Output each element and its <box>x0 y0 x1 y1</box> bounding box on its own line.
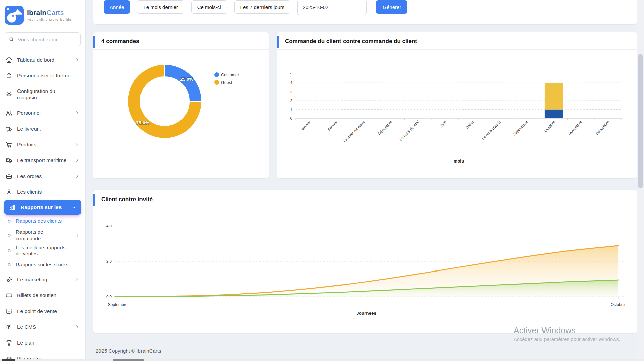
x-axis-category-label: Décembre <box>377 120 393 136</box>
search-input[interactable] <box>17 36 77 43</box>
sidebar-subitem-rapports-des-clients[interactable]: Rapports des clients <box>0 215 85 228</box>
card-accent-bar <box>93 36 95 48</box>
delivery-truck-icon <box>5 125 13 133</box>
chevron-right-icon <box>74 142 80 147</box>
sidebar-item-le-plan[interactable]: Le plan <box>0 335 85 351</box>
products-cart-icon <box>5 141 13 148</box>
y-axis-tick-label: 1 <box>290 108 292 112</box>
chevron-right-icon <box>75 233 80 238</box>
y-axis-tick-label: 3 <box>290 90 292 94</box>
x-axis-category-label: Juillet <box>464 120 475 130</box>
sidebar-item-le-livreur[interactable]: Le livreur . <box>0 121 85 137</box>
trophy-icon <box>5 339 13 347</box>
orders-donut-card: 4 commandes 25.0%75.0%CustomerGuest <box>93 32 269 178</box>
y-axis-tick-label: 2 <box>290 99 292 103</box>
sidebar-item-billets-de-soutien[interactable]: Billets de soutien <box>0 287 85 303</box>
card-accent-bar <box>277 36 279 48</box>
cms-icon <box>5 323 13 331</box>
orders-card-header: 4 commandes <box>93 32 269 50</box>
filter-button-le-mois-dernier[interactable]: Le mois dernier <box>137 0 184 14</box>
sidebar-item-tableau-de-bord[interactable]: Tableau de bord <box>0 52 85 68</box>
chevron-right-icon <box>74 110 80 116</box>
activate-windows-subtext: Accédez aux paramètres pour activer Wind… <box>514 336 620 342</box>
staff-icon <box>5 109 13 117</box>
vertical-scrollbar[interactable] <box>637 0 644 361</box>
chevron-right-icon <box>74 277 80 282</box>
sidebar-item-label: Personnaliser le thème <box>17 72 71 79</box>
sidebar-subitem-label: Les meilleurs rapports de ventes <box>16 245 71 257</box>
filter-button-les-7-derniers-jours[interactable]: Les 7 derniers jours <box>234 0 291 14</box>
x-axis-label-start: Septembre <box>108 302 128 307</box>
y-axis-tick-label: 0 <box>290 116 292 120</box>
y-axis-tick-label: 5 <box>290 72 292 76</box>
bullet-icon <box>8 220 11 223</box>
sidebar-item-personnaliser-le-theme[interactable]: Personnaliser le thème <box>0 68 85 83</box>
sidebar-item-label: Rapports sur les <box>21 204 62 210</box>
donut-slice-customer <box>165 64 202 101</box>
search-icon <box>8 36 14 42</box>
x-axis-category-label: Novembre <box>567 120 583 136</box>
legend-label-customer: Customer <box>221 73 239 77</box>
area-card-header: Client contre invité <box>93 190 637 208</box>
sidebar-item-produits[interactable]: Produits <box>0 137 85 152</box>
sidebar-item-label: Les clients <box>17 189 42 195</box>
x-axis-category-label: Décembre <box>595 120 610 136</box>
bar-card-title: Commande du client contre commande du cl… <box>285 38 417 44</box>
x-axis-category-label: Septembre <box>512 120 528 136</box>
sidebar-item-configuration-du-magasin[interactable]: Configuration du magasin <box>0 83 85 105</box>
y-axis-tick-label: 0.0 <box>106 295 112 299</box>
bullet-icon <box>8 234 11 237</box>
card-accent-bar <box>93 194 95 206</box>
x-axis-category-label: Octobre <box>543 120 556 133</box>
sidebar-item-personnel[interactable]: Personnel <box>0 105 85 121</box>
sidebar-item-le-marketing[interactable]: Le marketing <box>0 272 85 287</box>
x-axis-label-end: Octobre <box>611 302 625 307</box>
chevron-right-icon <box>74 157 80 163</box>
sidebar-subitem-label: Rapports sur les stocks <box>16 262 68 268</box>
legend-label-guest: Guest <box>221 80 232 85</box>
x-axis-category-label: Février <box>327 120 339 132</box>
sidebar-item-label: Le CMS <box>17 324 36 330</box>
sidebar-subitem-rapports-de-commande[interactable]: Rapports de commande <box>0 228 85 243</box>
ticket-icon <box>5 292 13 299</box>
sidebar-item-label: Tableau de bord <box>17 57 54 63</box>
bar-card-header: Commande du client contre commande du cl… <box>277 32 637 50</box>
generate-button[interactable]: Générer <box>376 0 407 14</box>
sidebar-item-le-cms[interactable]: Le CMS <box>0 319 85 335</box>
legend-swatch-guest <box>214 80 219 85</box>
brand[interactable]: IbrainCarts Your online store builder <box>0 0 85 26</box>
orders-donut-chart: 25.0%75.0%CustomerGuest <box>93 50 269 176</box>
sidebar-subitem-rapports-sur-les-stocks[interactable]: Rapports sur les stocks <box>0 258 85 272</box>
horizontal-scrollbar[interactable] <box>0 359 644 361</box>
x-axis-title: Journées <box>356 311 376 316</box>
copyright-text: 2025 Copyright © IbrainCarts <box>96 348 161 354</box>
vertical-scrollbar-thumb[interactable] <box>638 54 643 188</box>
store-gear-icon <box>5 91 13 98</box>
sidebar-item-les-ordres[interactable]: Les ordres <box>0 168 85 184</box>
customer-vs-guest-bar-chart: 012345janvierFévrierLe mois de marsDécem… <box>277 50 637 176</box>
client-vs-invite-area-card: Client contre invité 0.02.04.0SeptembreO… <box>93 190 637 333</box>
filter-button-annee[interactable]: Année <box>104 0 130 14</box>
sidebar: IbrainCarts Your online store builder Ta… <box>0 0 86 361</box>
chevron-right-icon <box>74 173 80 179</box>
horizontal-scrollbar-thumb[interactable] <box>2 359 15 361</box>
sidebar-item-le-point-de-vente[interactable]: Le point de vente <box>0 303 85 319</box>
legend-swatch-customer <box>214 72 219 77</box>
sidebar-item-le-transport-maritime[interactable]: Le transport maritime <box>0 152 85 168</box>
sidebar-item-label: Le plan <box>17 339 34 346</box>
x-axis-category-label: Le mois de mai <box>399 120 420 142</box>
x-axis-category-label: janvier <box>300 120 312 132</box>
sidebar-subitem-label: Rapports de commande <box>16 229 70 242</box>
sidebar-item-les-clients[interactable]: Les clients <box>0 184 85 200</box>
sidebar-item-label: Billets de soutien <box>17 292 56 298</box>
x-axis-title: mois <box>454 158 464 164</box>
sidebar-item-label: Le livreur . <box>17 125 41 132</box>
sidebar-subitem-les-meilleurs-rapports-de-ventes[interactable]: Les meilleurs rapports de ventes <box>0 243 85 259</box>
home-icon <box>5 56 13 64</box>
report-date-input[interactable] <box>297 0 367 15</box>
filter-button-ce-mois-ci[interactable]: Ce mois-ci <box>191 0 227 14</box>
sidebar-item-rapports-sur-les[interactable]: Rapports sur les <box>4 200 81 215</box>
filter-bar-card: AnnéeLe mois dernierCe mois-ciLes 7 dern… <box>93 0 637 24</box>
y-axis-tick-label: 4 <box>290 81 293 85</box>
marketing-icon <box>5 276 13 283</box>
